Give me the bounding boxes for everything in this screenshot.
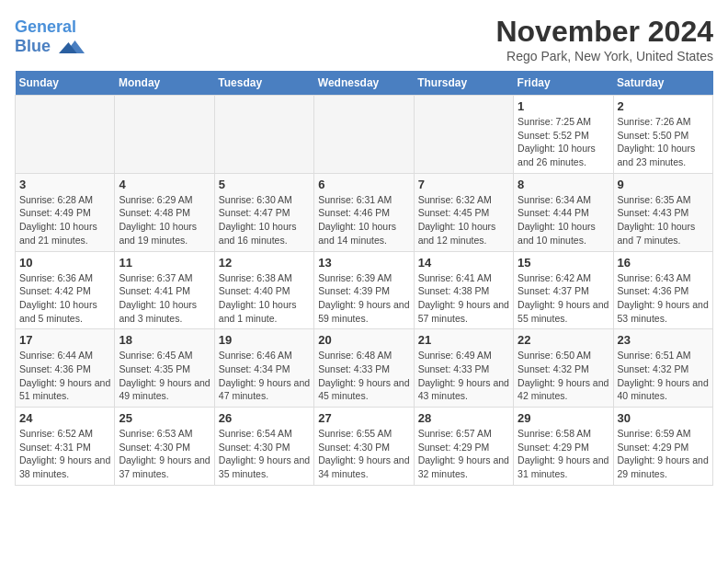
day-info: Sunrise: 6:29 AM Sunset: 4:48 PM Dayligh… [119, 193, 210, 247]
calendar-cell: 4Sunrise: 6:29 AM Sunset: 4:48 PM Daylig… [115, 173, 214, 251]
day-number: 10 [19, 256, 110, 270]
day-info: Sunrise: 6:35 AM Sunset: 4:43 PM Dayligh… [618, 193, 709, 247]
day-number: 17 [19, 333, 110, 347]
day-info: Sunrise: 6:41 AM Sunset: 4:38 PM Dayligh… [418, 271, 509, 326]
calendar-cell: 24Sunrise: 6:52 AM Sunset: 4:31 PM Dayli… [16, 408, 115, 486]
weekday-header: Monday [115, 71, 214, 96]
calendar-cell: 25Sunrise: 6:53 AM Sunset: 4:30 PM Dayli… [115, 408, 214, 486]
day-info: Sunrise: 6:49 AM Sunset: 4:33 PM Dayligh… [418, 349, 509, 403]
day-number: 22 [518, 333, 609, 347]
calendar-cell: 22Sunrise: 6:50 AM Sunset: 4:32 PM Dayli… [514, 329, 613, 408]
day-number: 23 [618, 333, 709, 347]
day-info: Sunrise: 6:39 AM Sunset: 4:39 PM Dayligh… [318, 271, 409, 326]
month-title: November 2024 [495, 15, 713, 49]
day-info: Sunrise: 7:25 AM Sunset: 5:52 PM Dayligh… [518, 115, 609, 169]
calendar-cell: 14Sunrise: 6:41 AM Sunset: 4:38 PM Dayli… [414, 251, 513, 329]
day-info: Sunrise: 6:28 AM Sunset: 4:49 PM Dayligh… [19, 193, 110, 247]
weekday-header: Friday [514, 71, 613, 96]
logo-text: General [15, 18, 85, 37]
calendar-cell: 2Sunrise: 7:26 AM Sunset: 5:50 PM Daylig… [613, 96, 712, 174]
day-number: 6 [318, 178, 409, 191]
day-number: 21 [418, 333, 509, 347]
day-info: Sunrise: 6:44 AM Sunset: 4:36 PM Dayligh… [19, 349, 110, 403]
calendar-cell: 3Sunrise: 6:28 AM Sunset: 4:49 PM Daylig… [16, 173, 115, 251]
day-number: 13 [318, 256, 409, 270]
calendar-week-row: 17Sunrise: 6:44 AM Sunset: 4:36 PM Dayli… [16, 329, 713, 408]
calendar-cell: 28Sunrise: 6:57 AM Sunset: 4:29 PM Dayli… [414, 408, 513, 486]
day-number: 3 [19, 178, 110, 191]
day-number: 9 [618, 178, 709, 191]
calendar-cell: 26Sunrise: 6:54 AM Sunset: 4:30 PM Dayli… [214, 408, 313, 486]
day-number: 30 [618, 411, 709, 425]
calendar-cell [314, 96, 414, 174]
calendar-cell: 17Sunrise: 6:44 AM Sunset: 4:36 PM Dayli… [16, 329, 115, 408]
page-header: General Blue November 2024 Rego Park, Ne… [15, 15, 713, 63]
day-number: 7 [418, 178, 509, 191]
day-info: Sunrise: 6:58 AM Sunset: 4:29 PM Dayligh… [518, 427, 609, 481]
day-info: Sunrise: 6:51 AM Sunset: 4:32 PM Dayligh… [618, 349, 709, 403]
day-number: 19 [219, 333, 310, 347]
day-info: Sunrise: 6:37 AM Sunset: 4:41 PM Dayligh… [119, 271, 210, 326]
weekday-header: Thursday [414, 71, 513, 96]
calendar-cell [115, 96, 214, 174]
calendar-cell [414, 96, 513, 174]
day-info: Sunrise: 6:59 AM Sunset: 4:29 PM Dayligh… [618, 427, 709, 481]
calendar-cell: 8Sunrise: 6:34 AM Sunset: 4:44 PM Daylig… [514, 173, 613, 251]
day-number: 26 [219, 411, 310, 425]
calendar-cell [16, 96, 115, 174]
day-info: Sunrise: 6:52 AM Sunset: 4:31 PM Dayligh… [19, 427, 110, 481]
day-info: Sunrise: 6:45 AM Sunset: 4:35 PM Dayligh… [119, 349, 210, 403]
day-info: Sunrise: 6:34 AM Sunset: 4:44 PM Dayligh… [518, 193, 609, 247]
calendar-cell: 23Sunrise: 6:51 AM Sunset: 4:32 PM Dayli… [613, 329, 712, 408]
day-info: Sunrise: 6:57 AM Sunset: 4:29 PM Dayligh… [418, 427, 509, 481]
day-number: 4 [119, 178, 210, 191]
day-number: 16 [618, 256, 709, 270]
calendar-cell: 5Sunrise: 6:30 AM Sunset: 4:47 PM Daylig… [214, 173, 313, 251]
calendar-cell: 20Sunrise: 6:48 AM Sunset: 4:33 PM Dayli… [314, 329, 414, 408]
day-number: 24 [19, 411, 110, 425]
calendar-cell: 15Sunrise: 6:42 AM Sunset: 4:37 PM Dayli… [514, 251, 613, 329]
calendar-cell: 1Sunrise: 7:25 AM Sunset: 5:52 PM Daylig… [514, 96, 613, 174]
day-number: 12 [219, 256, 310, 270]
day-info: Sunrise: 7:26 AM Sunset: 5:50 PM Dayligh… [618, 115, 709, 169]
calendar-cell: 19Sunrise: 6:46 AM Sunset: 4:34 PM Dayli… [214, 329, 313, 408]
day-info: Sunrise: 6:46 AM Sunset: 4:34 PM Dayligh… [219, 349, 310, 403]
calendar-cell: 30Sunrise: 6:59 AM Sunset: 4:29 PM Dayli… [613, 408, 712, 486]
location: Rego Park, New York, United States [495, 49, 713, 63]
day-info: Sunrise: 6:55 AM Sunset: 4:30 PM Dayligh… [318, 427, 409, 481]
calendar-cell: 9Sunrise: 6:35 AM Sunset: 4:43 PM Daylig… [613, 173, 712, 251]
day-info: Sunrise: 6:50 AM Sunset: 4:32 PM Dayligh… [518, 349, 609, 403]
day-number: 20 [318, 333, 409, 347]
weekday-header: Sunday [16, 71, 115, 96]
calendar-week-row: 10Sunrise: 6:36 AM Sunset: 4:42 PM Dayli… [16, 251, 713, 329]
title-block: November 2024 Rego Park, New York, Unite… [495, 15, 713, 63]
calendar-cell: 16Sunrise: 6:43 AM Sunset: 4:36 PM Dayli… [613, 251, 712, 329]
calendar-cell: 13Sunrise: 6:39 AM Sunset: 4:39 PM Dayli… [314, 251, 414, 329]
day-number: 18 [119, 333, 210, 347]
day-number: 11 [119, 256, 210, 270]
calendar-cell: 29Sunrise: 6:58 AM Sunset: 4:29 PM Dayli… [514, 408, 613, 486]
day-number: 14 [418, 256, 509, 270]
day-number: 27 [318, 411, 409, 425]
day-number: 8 [518, 178, 609, 191]
day-number: 15 [518, 256, 609, 270]
calendar-cell: 12Sunrise: 6:38 AM Sunset: 4:40 PM Dayli… [214, 251, 313, 329]
calendar-cell: 11Sunrise: 6:37 AM Sunset: 4:41 PM Dayli… [115, 251, 214, 329]
day-info: Sunrise: 6:53 AM Sunset: 4:30 PM Dayligh… [119, 427, 210, 481]
weekday-header: Wednesday [314, 71, 414, 96]
day-info: Sunrise: 6:48 AM Sunset: 4:33 PM Dayligh… [318, 349, 409, 403]
calendar-week-row: 1Sunrise: 7:25 AM Sunset: 5:52 PM Daylig… [16, 96, 713, 174]
calendar-cell: 6Sunrise: 6:31 AM Sunset: 4:46 PM Daylig… [314, 173, 414, 251]
calendar-week-row: 3Sunrise: 6:28 AM Sunset: 4:49 PM Daylig… [16, 173, 713, 251]
day-info: Sunrise: 6:54 AM Sunset: 4:30 PM Dayligh… [219, 427, 310, 481]
day-number: 1 [518, 99, 609, 113]
day-info: Sunrise: 6:32 AM Sunset: 4:45 PM Dayligh… [418, 193, 509, 247]
day-info: Sunrise: 6:38 AM Sunset: 4:40 PM Dayligh… [219, 271, 310, 326]
weekday-header-row: SundayMondayTuesdayWednesdayThursdayFrid… [16, 71, 713, 96]
day-info: Sunrise: 6:42 AM Sunset: 4:37 PM Dayligh… [518, 271, 609, 326]
day-number: 29 [518, 411, 609, 425]
day-number: 2 [618, 99, 709, 113]
day-number: 5 [219, 178, 310, 191]
logo: General Blue [15, 18, 85, 57]
calendar-cell: 10Sunrise: 6:36 AM Sunset: 4:42 PM Dayli… [16, 251, 115, 329]
